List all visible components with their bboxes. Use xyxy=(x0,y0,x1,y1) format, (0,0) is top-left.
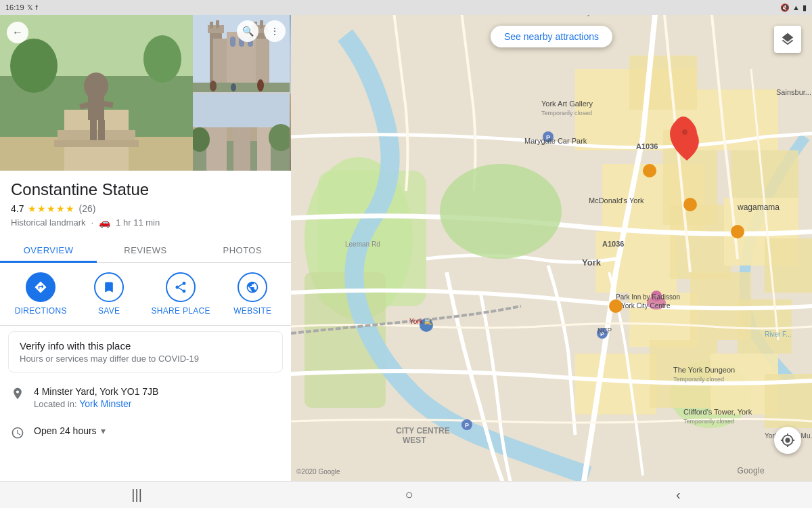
layers-icon xyxy=(780,32,795,47)
address-text: 4 Minster Yard, York YO1 7JB xyxy=(34,386,280,397)
search-photos-button[interactable]: 🔍 xyxy=(237,20,258,42)
svg-rect-61 xyxy=(650,340,717,408)
map-panel[interactable]: P P P P York Art Galle xyxy=(291,15,812,481)
svg-text:Temporarily closed: Temporarily closed xyxy=(541,110,592,117)
review-count: (26) xyxy=(78,203,95,214)
svg-point-80 xyxy=(682,129,687,135)
search-icon: 🔍 xyxy=(242,26,254,37)
svg-rect-48 xyxy=(629,56,697,110)
directions-button[interactable]: DIRECTIONS xyxy=(15,272,67,316)
home-icon: ○ xyxy=(405,487,413,502)
car-icon: 🚗 xyxy=(99,217,110,228)
home-button[interactable]: ○ xyxy=(394,484,424,505)
tab-photos[interactable]: PHOTOS xyxy=(194,238,291,262)
verify-title: Verify info with this place xyxy=(20,340,271,352)
svg-text:NCP: NCP xyxy=(597,327,612,335)
svg-text:A1036: A1036 xyxy=(636,142,658,150)
svg-point-64 xyxy=(440,164,562,259)
location-pin-icon xyxy=(11,387,24,404)
stars: ★ ★ ★ ★ ★ xyxy=(28,203,74,214)
chevron-down-icon[interactable]: ▾ xyxy=(101,425,106,436)
star-4: ★ xyxy=(56,203,65,214)
status-bar-left: 16:19 𝕏 f xyxy=(5,3,38,12)
recent-apps-button[interactable]: ||| xyxy=(120,484,153,505)
directions-icon xyxy=(34,280,47,294)
clock-icon xyxy=(11,426,24,443)
star-half: ★ xyxy=(66,203,74,214)
directions-label: DIRECTIONS xyxy=(15,306,67,316)
map-layers-button[interactable] xyxy=(774,26,801,53)
svg-rect-54 xyxy=(670,205,731,279)
place-type: Historical landmark xyxy=(11,217,86,228)
recent-apps-icon: ||| xyxy=(131,487,142,502)
svg-text:York Art Gallery: York Art Gallery xyxy=(541,100,593,108)
battery-icon: ▮ xyxy=(803,3,807,12)
bottom-nav: ||| ○ ‹ xyxy=(0,481,812,508)
svg-text:York City Centre: York City Centre xyxy=(621,302,671,310)
website-button[interactable]: WEBSITE xyxy=(229,272,276,316)
svg-rect-29 xyxy=(193,83,290,92)
type-row: Historical landmark · 🚗 1 hr 11 min xyxy=(11,217,280,228)
svg-rect-37 xyxy=(233,127,250,171)
share-icon-container xyxy=(166,272,196,302)
svg-point-71 xyxy=(643,164,656,177)
back-nav-button[interactable]: ‹ xyxy=(665,484,692,505)
back-button[interactable]: ← xyxy=(7,22,28,43)
hours-content: Open 24 hours ▾ xyxy=(34,425,280,436)
twitter-icon: 𝕏 xyxy=(27,3,33,12)
main-content: ← xyxy=(0,15,812,481)
svg-text:York St John University: York St John University xyxy=(514,15,591,16)
save-button[interactable]: SAVE xyxy=(85,272,133,316)
svg-text:Park Inn by Radisson: Park Inn by Radisson xyxy=(616,293,680,301)
rating-row: 4.7 ★ ★ ★ ★ ★ (26) xyxy=(11,203,280,214)
svg-rect-36 xyxy=(206,121,227,171)
star-1: ★ xyxy=(28,203,37,214)
tab-reviews[interactable]: REVIEWS xyxy=(97,238,194,262)
svg-text:The York Dungeon: The York Dungeon xyxy=(673,366,735,374)
photo-strip: ← xyxy=(0,15,291,171)
svg-rect-5 xyxy=(54,140,139,147)
svg-text:WEST: WEST xyxy=(403,436,426,445)
svg-point-31 xyxy=(231,83,236,91)
svg-rect-26 xyxy=(230,37,235,47)
nearby-label: See nearby attractions xyxy=(504,31,599,42)
action-buttons: DIRECTIONS SAVE SHARE PLACE xyxy=(0,263,291,326)
more-icon: ⋮ xyxy=(270,26,279,37)
york-minster-link[interactable]: York Minster xyxy=(79,398,131,409)
status-bar: 16:19 𝕏 f 🔇 ▲ ▮ xyxy=(0,0,812,15)
address-content: 4 Minster Yard, York YO1 7JB Located in:… xyxy=(34,386,280,409)
google-logo: Google xyxy=(738,466,765,475)
svg-text:Temporarily closed: Temporarily closed xyxy=(673,376,724,383)
open-hours: Open 24 hours ▾ xyxy=(34,425,280,436)
more-options-button[interactable]: ⋮ xyxy=(264,20,286,42)
facebook-icon: f xyxy=(36,3,38,12)
verify-banner: Verify info with this place Hours or ser… xyxy=(8,331,283,373)
svg-rect-18 xyxy=(210,22,213,28)
back-nav-icon: ‹ xyxy=(676,487,681,502)
svg-point-6 xyxy=(84,72,108,100)
star-3: ★ xyxy=(47,203,55,214)
svg-rect-60 xyxy=(575,354,656,415)
svg-point-12 xyxy=(10,39,58,93)
svg-point-30 xyxy=(210,81,217,91)
share-button[interactable]: SHARE PLACE xyxy=(152,272,210,316)
my-location-button[interactable] xyxy=(774,427,801,454)
nearby-attractions-button[interactable]: See nearby attractions xyxy=(491,26,612,47)
photo-secondary: 🔍 ⋮ xyxy=(193,15,291,171)
svg-text:wagamama: wagamama xyxy=(737,203,780,212)
tab-overview[interactable]: OVERVIEW xyxy=(0,238,97,262)
left-panel: ← xyxy=(0,15,291,481)
share-label: SHARE PLACE xyxy=(152,306,210,316)
hours-text: Open 24 hours xyxy=(34,425,97,436)
my-location-icon xyxy=(780,433,795,448)
website-icon xyxy=(246,280,259,294)
tabs: OVERVIEW REVIEWS PHOTOS xyxy=(0,238,291,263)
map-svg: P P P P York Art Galle xyxy=(291,15,812,481)
info-section: Constantine Statue 4.7 ★ ★ ★ ★ ★ (26) Hi… xyxy=(0,171,291,233)
svg-text:Clifford's Tower, York: Clifford's Tower, York xyxy=(683,408,752,416)
status-bar-right: 🔇 ▲ ▮ xyxy=(780,3,807,12)
svg-rect-7 xyxy=(88,96,104,120)
dot-separator: · xyxy=(91,217,94,228)
statue-photo xyxy=(0,15,193,171)
svg-rect-19 xyxy=(216,20,219,28)
